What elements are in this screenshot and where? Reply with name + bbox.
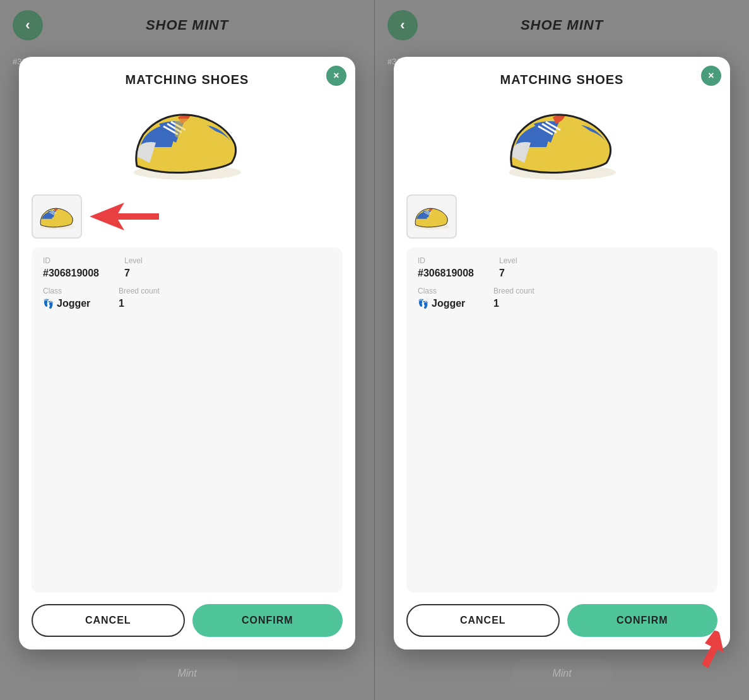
right-id-value: #306819008	[418, 268, 474, 279]
right-mint-button[interactable]: Mint	[512, 659, 613, 687]
right-header: ‹ SHOE MINT	[375, 0, 749, 50]
left-feet-icon: 👣	[43, 299, 54, 309]
left-id-value: #306819008	[43, 268, 99, 279]
right-thumbnail-row	[406, 194, 717, 239]
right-id-label: ID	[418, 256, 474, 265]
left-panel: ‹ SHOE MINT #316561693 × MATCHING SHOES	[0, 0, 374, 700]
left-modal-title: MATCHING SHOES	[126, 73, 249, 87]
left-breed-value: 1	[119, 298, 169, 309]
left-level-value: 7	[124, 268, 175, 279]
left-level-label: Level	[124, 256, 175, 265]
right-modal-shoe-large	[493, 93, 632, 188]
right-info-row-1: ID #306819008 Level 7	[418, 256, 706, 279]
left-confirm-button[interactable]: CONFIRM	[192, 604, 343, 637]
right-id-field: ID #306819008	[418, 256, 474, 279]
right-confirm-button[interactable]: CONFIRM	[567, 604, 718, 637]
right-breed-field: Breed count 1	[493, 287, 544, 309]
right-modal-title: MATCHING SHOES	[500, 73, 624, 87]
right-info-card: ID #306819008 Level 7 Class 👣 Jogger	[406, 247, 717, 593]
right-class-value: 👣 Jogger	[418, 298, 468, 309]
left-panel-title: SHOE MINT	[146, 17, 228, 33]
left-class-field: Class 👣 Jogger	[43, 287, 93, 309]
left-mint-button[interactable]: Mint	[137, 659, 238, 687]
svg-rect-2	[175, 119, 209, 138]
right-panel: ‹ SHOE MINT #316561693 × MATCHING SHOES	[375, 0, 749, 700]
right-level-label: Level	[499, 256, 550, 265]
left-breed-field: Breed count 1	[119, 287, 169, 309]
svg-marker-4	[90, 203, 159, 230]
right-panel-title: SHOE MINT	[521, 17, 603, 33]
left-modal-buttons: CANCEL CONFIRM	[32, 604, 343, 637]
right-feet-icon: 👣	[418, 299, 428, 309]
left-shoe-large-icon	[124, 100, 251, 182]
left-cancel-button[interactable]: CANCEL	[32, 604, 185, 637]
right-class-field: Class 👣 Jogger	[418, 287, 468, 309]
right-confirm-container: CONFIRM	[567, 604, 718, 637]
left-header: ‹ SHOE MINT	[0, 0, 374, 50]
left-id-field: ID #306819008	[43, 256, 99, 279]
left-modal-shoe-large	[118, 93, 257, 188]
right-cancel-button[interactable]: CANCEL	[406, 604, 560, 637]
left-level-field: Level 7	[124, 256, 175, 279]
right-breed-label: Breed count	[493, 287, 544, 295]
left-shoe-thumbnail[interactable]	[32, 194, 82, 239]
left-info-row-1: ID #306819008 Level 7	[43, 256, 331, 279]
left-id-label: ID	[43, 256, 99, 265]
left-info-row-2: Class 👣 Jogger Breed count 1	[43, 287, 331, 309]
left-modal-close-button[interactable]: ×	[326, 66, 346, 86]
right-breed-value: 1	[493, 298, 544, 309]
right-level-field: Level 7	[499, 256, 550, 279]
left-modal: × MATCHING SHOES	[19, 57, 355, 650]
right-modal-close-button[interactable]: ×	[701, 66, 721, 86]
right-level-value: 7	[499, 268, 550, 279]
right-modal-buttons: CANCEL CONFIRM	[406, 604, 717, 637]
right-shoe-large-icon	[499, 100, 625, 182]
right-modal: × MATCHING SHOES	[394, 57, 730, 650]
left-class-value: 👣 Jogger	[43, 298, 93, 309]
right-back-button[interactable]: ‹	[387, 10, 418, 40]
left-info-card: ID #306819008 Level 7 Class 👣 Jogger	[32, 247, 343, 593]
right-shoe-thumbnail[interactable]	[406, 194, 457, 239]
right-class-label: Class	[418, 287, 468, 295]
left-thumb-shoe-icon	[37, 199, 78, 234]
left-class-label: Class	[43, 287, 93, 295]
left-breed-label: Breed count	[119, 287, 169, 295]
left-back-button[interactable]: ‹	[13, 10, 43, 40]
left-arrow-icon	[90, 199, 159, 234]
right-thumb-shoe-icon	[411, 199, 452, 234]
left-thumbnail-row	[32, 194, 343, 239]
right-info-row-2: Class 👣 Jogger Breed count 1	[418, 287, 706, 309]
